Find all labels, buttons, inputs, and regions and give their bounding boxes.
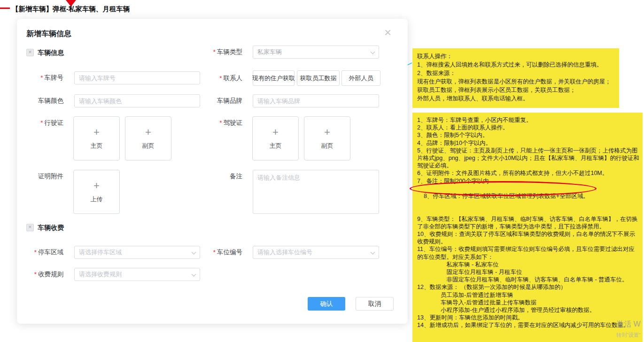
rules-note: 1、车牌号：车牌号查重，小区内不能重复。 2、联系人：看上面的联系人操作。 3、… [412, 113, 643, 342]
activation-watermark: 激活 W [616, 319, 641, 329]
note-line: 7、备注：限制200个字以内 [417, 177, 640, 185]
confirm-button[interactable]: 确认 [308, 297, 345, 311]
note-line: 车辆导入-后管通过批量上传车辆数据 [417, 299, 640, 306]
brand-input[interactable] [253, 94, 379, 107]
driver-license-sub-upload[interactable]: + 副页 [304, 116, 350, 160]
required-asterisk: * [40, 119, 43, 126]
vehicle-type-select[interactable]: 私家车辆 [253, 46, 379, 59]
annotation-title: 【新增车辆】弹框-私家车辆、月租车辆 [12, 5, 130, 14]
fee-rule-label: *收费规则 [19, 268, 63, 281]
plus-icon: + [93, 127, 100, 137]
note-line: 14、新增成功后，如果绑定了车位的，需要在对应的区域内减少可用的车位数量。 [417, 321, 640, 329]
note-line: 1、弹框搜索人回填姓名和联系方式过来，可以删除已选择的信息重填。 [417, 61, 614, 69]
vehicle-type-value: 私家车辆 [257, 48, 282, 56]
section-marker-icon [26, 49, 34, 56]
add-vehicle-dialog: 新增车辆信息 × 车辆信息 *车辆类型 私家车辆 *车牌号 *联系人 现有的住户… [17, 19, 408, 324]
cancel-button[interactable]: 取消 [356, 297, 394, 311]
color-label: 车辆颜色 [19, 94, 63, 107]
driving-license-main-upload[interactable]: + 主页 [73, 116, 120, 160]
chevron-down-icon [371, 50, 375, 54]
space-no-select[interactable]: 请输入选择车位编号 [253, 246, 379, 259]
note-line: 非固定车位月租车辆、临时车辆、访客车辆、白名单车辆 - 普通车位。 [417, 276, 640, 283]
plate-input[interactable] [74, 71, 200, 84]
required-asterisk: * [219, 75, 222, 82]
remark-label: 备注 [197, 172, 242, 181]
note-line: 联系人操作： [417, 52, 614, 61]
driving-license-sub-upload[interactable]: + 副页 [125, 116, 171, 160]
section-marker-icon [26, 224, 34, 231]
required-asterisk: * [34, 271, 37, 278]
note-line: 10、收费规则：查询关联了停车区域和车辆类型的收费规则，白名单的情况下不展示收费… [417, 230, 640, 245]
required-asterisk: * [213, 48, 216, 55]
parking-area-label: *停车区域 [19, 246, 63, 259]
fee-rule-select[interactable]: 请选择收费规则 [74, 268, 200, 281]
note-line: 4、品牌：限制10个字以内。 [417, 139, 640, 147]
plus-icon: + [145, 127, 151, 137]
color-input[interactable] [74, 94, 200, 107]
note-line: 6、证明附件：文件及图片格式，所有的格式都支持，但大小不超过10M。 [417, 169, 640, 177]
section-vehicle-fee: 车辆收费 [38, 224, 64, 232]
red-line-marker [0, 8, 10, 9]
attachment-label: 证明附件 [19, 172, 63, 181]
chevron-down-icon [371, 250, 375, 255]
note-line: 2、联系人：看上面的联系人操作。 [417, 124, 640, 131]
activation-watermark-sub: 转到“设置” [616, 332, 640, 339]
parking-area-select[interactable]: 请选择停车区域 [74, 246, 200, 259]
dialog-title: 新增车辆信息 [26, 29, 71, 39]
note-line: 1、车牌号：车牌号查重，小区内不能重复。 [417, 116, 640, 124]
note-line: 13、更新时间：车辆信息添加的时间戳。 [417, 314, 640, 321]
brand-label: 车辆品牌 [197, 94, 242, 107]
plus-icon: + [272, 127, 279, 137]
note-line: 2、数据来源： [417, 69, 614, 77]
driving-license-label: *行驶证 [19, 118, 63, 128]
vehicle-type-label: *车辆类型 [197, 46, 242, 59]
note-line: 小程序添加-住户通过小程序添加，管理员经过审核的数据。 [417, 306, 640, 314]
required-asterisk: * [40, 74, 43, 81]
plus-icon: + [93, 181, 100, 191]
plus-icon: + [324, 127, 330, 137]
get-resident-button[interactable]: 现有的住户获取 [253, 70, 295, 86]
external-person-button[interactable]: 外部人员 [341, 70, 380, 86]
contact-note: 联系人操作： 1、弹框搜索人回填姓名和联系方式过来，可以删除已选择的信息重填。 … [412, 48, 619, 108]
required-asterisk: * [219, 119, 222, 126]
required-asterisk: * [34, 249, 37, 256]
note-line: 外部人员，增加联系人、联系电话输入框。 [417, 94, 614, 103]
chevron-down-icon [192, 272, 196, 277]
note-line: 私家车辆 - 私家车位 [417, 261, 640, 268]
note-line: 员工添加-后管通过新增车辆 [417, 291, 640, 299]
note-line-parking-area: 8、停车区域：停车区域获取车位区域管理列表数据+全部区域。 [417, 185, 640, 215]
get-staff-button[interactable]: 获取员工数据 [297, 70, 340, 86]
note-line: 11、车位编号：收费规则填写需要绑定车位则车位编号必填，且车位需要过滤出对应的车… [417, 245, 640, 260]
remark-textarea[interactable] [253, 170, 379, 214]
space-no-label: *车位编号 [197, 246, 242, 259]
required-asterisk: * [213, 249, 216, 256]
close-icon[interactable]: × [384, 26, 391, 38]
note-line: 获取员工数据，弹框列表展示小区员工数据，关联员工数据； [417, 86, 614, 94]
note-line: 现有住户获取，弹框列表数据是小区所有的住户数据，并关联住户的房屋； [417, 77, 614, 86]
note-line: 12、数据来源： （数据第一次添加的时候是从哪添加的） [417, 283, 640, 291]
contact-label: *联系人 [197, 70, 242, 86]
section-vehicle-info: 车辆信息 [38, 49, 64, 57]
note-line: 5、行驶证、驾驶证：主页及副页上传，只能上传一张主页和一张副页；上传格式为图片格… [417, 147, 640, 170]
chevron-down-icon [192, 250, 196, 255]
driver-license-main-upload[interactable]: + 主页 [252, 116, 299, 160]
driver-license-label: *驾驶证 [197, 118, 242, 128]
note-line: 固定车位月租车辆 - 月租车位 [417, 268, 640, 276]
attachment-upload[interactable]: + 上传 [73, 170, 120, 214]
plate-label: *车牌号 [19, 71, 63, 84]
note-line: 9、车辆类型：【私家车辆、月租车辆、临时车辆、访客车辆、白名单车辆】，在切换了非… [417, 215, 640, 230]
note-line: 3、颜色：限制5个字以内。 [417, 131, 640, 139]
